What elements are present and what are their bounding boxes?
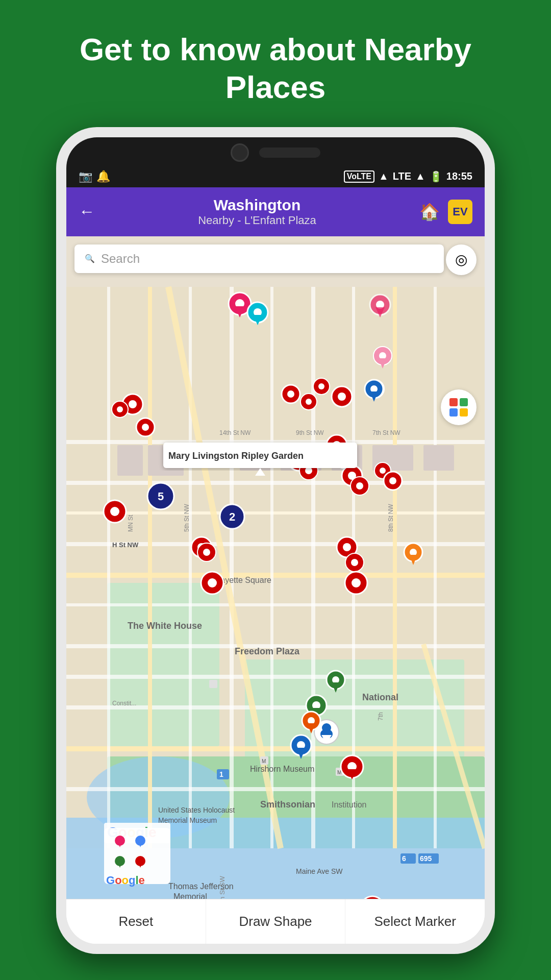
svg-text:2: 2 — [229, 510, 235, 523]
svg-point-102 — [356, 482, 363, 489]
svg-text:Memorial: Memorial — [173, 892, 207, 899]
svg-rect-7 — [66, 481, 485, 485]
svg-rect-25 — [434, 287, 437, 848]
svg-text:Mary Livingston Ripley Garden: Mary Livingston Ripley Garden — [168, 451, 304, 461]
svg-point-124 — [352, 578, 361, 587]
svg-point-122 — [351, 559, 358, 566]
location-icon: ◎ — [455, 251, 467, 268]
home-button[interactable]: 🏠 — [419, 202, 440, 222]
map-view[interactable]: The White House Lafayette Square Freedom… — [66, 236, 485, 899]
wifi-icon: ▲ — [379, 170, 389, 182]
svg-text:Freedom Plaza: Freedom Plaza — [235, 646, 300, 656]
phone-notch — [66, 137, 485, 168]
page-header: Get to know about Nearby Places — [0, 0, 551, 127]
grid-icon — [449, 398, 468, 416]
svg-point-118 — [208, 578, 217, 587]
svg-point-104 — [380, 468, 386, 474]
svg-point-126 — [332, 676, 339, 683]
svg-text:Google: Google — [106, 874, 145, 887]
svg-point-106 — [389, 477, 396, 484]
svg-point-94 — [305, 467, 312, 474]
svg-text:695: 695 — [420, 854, 432, 863]
svg-text:7th St NW: 7th St NW — [372, 429, 400, 436]
svg-rect-15 — [66, 746, 485, 751]
app-bar: ← Washington Nearby - L'Enfant Plaza 🏠 E… — [66, 187, 485, 236]
app-bar-center: Washington Nearby - L'Enfant Plaza — [95, 197, 419, 227]
svg-rect-10 — [66, 573, 485, 578]
phone-camera — [231, 143, 249, 162]
svg-text:5: 5 — [158, 490, 164, 503]
svg-text:9th St NW: 9th St NW — [296, 429, 324, 436]
svg-rect-18 — [148, 287, 152, 848]
notification-status-icon: 🔔 — [96, 170, 110, 183]
phone-speaker — [259, 148, 320, 158]
svg-text:Constit...: Constit... — [112, 700, 136, 707]
svg-point-112 — [110, 507, 119, 516]
search-placeholder: Search — [101, 252, 140, 266]
search-icon: 🔍 — [85, 254, 95, 263]
svg-rect-34 — [423, 445, 454, 471]
svg-point-160 — [379, 352, 386, 359]
svg-text:M: M — [262, 758, 266, 764]
ev-badge[interactable]: EV — [448, 200, 472, 224]
svg-text:H St NW: H St NW — [112, 541, 139, 549]
svg-point-120 — [343, 543, 351, 551]
svg-rect-1 — [107, 583, 219, 746]
svg-point-78 — [117, 406, 123, 412]
back-button[interactable]: ← — [79, 202, 95, 221]
svg-text:Hirshorn Museum: Hirshorn Museum — [250, 765, 314, 773]
bottom-bar: Reset Draw Shape Select Marker — [66, 899, 485, 944]
svg-rect-20 — [230, 287, 234, 848]
svg-text:6: 6 — [402, 854, 406, 863]
svg-point-145 — [308, 717, 315, 724]
svg-text:14th St SW: 14th St SW — [218, 875, 226, 898]
svg-rect-22 — [311, 287, 315, 848]
svg-text:7th: 7th — [377, 712, 384, 721]
volte-badge: VoLTE — [344, 170, 374, 183]
svg-text:1: 1 — [219, 770, 223, 778]
svg-point-142 — [410, 549, 417, 556]
svg-point-86 — [318, 383, 324, 389]
select-marker-button[interactable]: Select Marker — [345, 899, 485, 944]
svg-rect-13 — [66, 675, 485, 679]
svg-rect-17 — [107, 287, 110, 848]
svg-text:National: National — [362, 692, 398, 702]
lte-icon: LTE — [393, 170, 411, 182]
svg-text:Smithsonian: Smithsonian — [260, 799, 315, 810]
status-bar: 📷 🔔 VoLTE ▲ LTE ▲ 🔋 18:55 — [66, 168, 485, 187]
svg-rect-8 — [66, 511, 485, 514]
svg-point-82 — [287, 390, 294, 398]
svg-point-80 — [142, 424, 149, 431]
svg-rect-21 — [270, 287, 273, 848]
svg-text:United States Holocaust: United States Holocaust — [158, 806, 235, 814]
svg-text:The White House: The White House — [128, 621, 202, 631]
signal-icon: ▲ — [415, 170, 425, 182]
draw-shape-button[interactable]: Draw Shape — [206, 899, 346, 944]
svg-rect-11 — [66, 603, 485, 606]
svg-point-88 — [338, 393, 346, 401]
phone-frame: 📷 🔔 VoLTE ▲ LTE ▲ 🔋 18:55 ← Washington N… — [56, 127, 495, 954]
camera-status-icon: 📷 — [79, 170, 92, 183]
svg-rect-19 — [189, 287, 192, 848]
svg-rect-16 — [66, 787, 485, 791]
svg-rect-28 — [117, 445, 143, 476]
svg-rect-24 — [393, 287, 397, 848]
svg-text:8th St NW: 8th St NW — [387, 503, 394, 531]
svg-text:5th St NW: 5th St NW — [183, 503, 190, 531]
app-subtitle: Nearby - L'Enfant Plaza — [95, 214, 419, 227]
svg-point-132 — [370, 385, 378, 393]
svg-text:14th St NW: 14th St NW — [219, 429, 251, 436]
battery-icon: 🔋 — [430, 170, 442, 183]
svg-text:Maine Ave SW: Maine Ave SW — [296, 867, 343, 875]
location-button[interactable]: ◎ — [446, 244, 477, 275]
svg-text:MN St: MN St — [127, 514, 134, 532]
svg-rect-74 — [209, 680, 217, 688]
app-title: Washington — [95, 197, 419, 214]
search-bar[interactable]: 🔍 Search — [74, 244, 444, 273]
time-display: 18:55 — [446, 170, 472, 182]
grid-button[interactable] — [441, 389, 477, 425]
reset-button[interactable]: Reset — [66, 899, 206, 944]
svg-point-76 — [129, 400, 137, 408]
svg-point-116 — [203, 549, 210, 556]
svg-point-84 — [306, 399, 312, 405]
